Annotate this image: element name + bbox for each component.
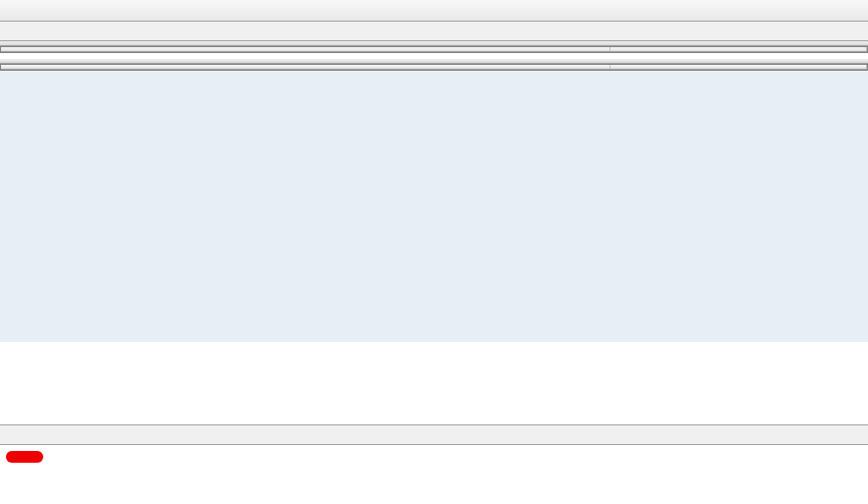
column-header-value[interactable]: [610, 65, 867, 69]
top-tab-bar: [0, 0, 868, 22]
redacted-value: [6, 451, 43, 463]
request-tab-bar: [0, 22, 868, 41]
querystring-grid: [0, 46, 868, 53]
column-header-name[interactable]: [1, 65, 610, 69]
response-tab-bar: [0, 425, 868, 445]
response-panel: [0, 424, 868, 504]
column-header-value[interactable]: [610, 47, 867, 51]
grid-header: [1, 65, 867, 70]
empty-area: [0, 71, 868, 342]
body-grid: [0, 64, 868, 71]
column-header-name[interactable]: [1, 47, 610, 51]
response-textview[interactable]: [0, 445, 868, 504]
grid-header: [1, 47, 867, 52]
